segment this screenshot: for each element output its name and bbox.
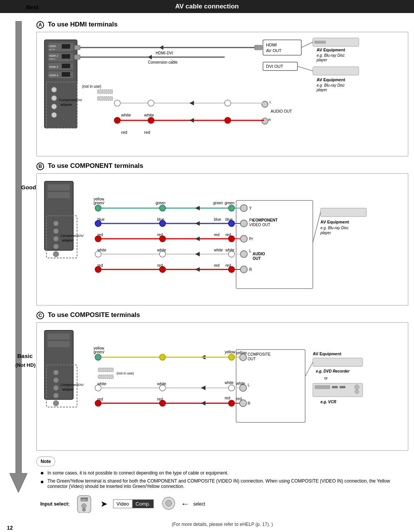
- svg-rect-27: [255, 45, 262, 50]
- svg-point-19: [51, 95, 57, 101]
- svg-text:red: red: [214, 233, 219, 237]
- svg-line-230: [305, 362, 313, 376]
- svg-text:green: green: [156, 201, 166, 205]
- svg-text:white: white: [225, 248, 235, 252]
- svg-text:AV Equipment: AV Equipment: [317, 77, 345, 82]
- note-section: Note ● In some cases, it is not possible…: [36, 456, 408, 489]
- section-a-diagram: HDMI AV IN HDMI 2 (ARC) HDMI 3 HDMI 4: [36, 32, 408, 156]
- svg-point-172: [53, 401, 59, 406]
- section-b-header: B To use COMPONENT terminals: [36, 162, 408, 170]
- svg-point-49: [148, 117, 154, 123]
- svg-point-82: [53, 228, 59, 234]
- svg-text:e.g. Blu-ray Disc: e.g. Blu-ray Disc: [317, 83, 345, 87]
- svg-rect-15: [62, 72, 70, 77]
- svg-text:blue: blue: [97, 217, 105, 222]
- svg-rect-53: [263, 40, 301, 55]
- note-item-1: ● In some cases, it is not possible to c…: [40, 470, 408, 476]
- section-b-svg: Component/AV adapter green/ yellow green…: [41, 177, 405, 300]
- input-display: Video Comp.: [113, 499, 154, 508]
- svg-line-74: [297, 66, 313, 71]
- input-comp-label: Comp.: [133, 500, 153, 508]
- svg-text:(ARC): (ARC): [49, 58, 56, 60]
- svg-line-163: [313, 212, 320, 243]
- input-arrow: ➤: [100, 499, 107, 509]
- svg-text:e.g. VCR: e.g. VCR: [320, 400, 337, 404]
- svg-text:R: R: [249, 268, 252, 272]
- quality-not-hd-label: (Not HD): [15, 362, 36, 368]
- svg-point-20: [51, 104, 57, 109]
- section-c-letter: C: [36, 312, 44, 319]
- svg-rect-224: [315, 385, 330, 389]
- svg-point-84: [53, 244, 59, 249]
- svg-point-18: [51, 87, 57, 92]
- svg-rect-30: [74, 55, 80, 59]
- svg-text:HDMI: HDMI: [266, 43, 277, 47]
- svg-point-237: [166, 500, 172, 506]
- svg-text:R: R: [268, 118, 271, 122]
- note-bullet-2: ●: [40, 478, 44, 485]
- svg-text:yellow: yellow: [236, 351, 247, 355]
- svg-point-88: [95, 205, 101, 211]
- svg-text:L: L: [249, 249, 251, 253]
- svg-marker-29: [148, 55, 152, 59]
- svg-marker-198: [201, 386, 205, 390]
- svg-point-52: [225, 117, 231, 123]
- svg-text:AV IN: AV IN: [49, 48, 55, 51]
- note-label: Note: [41, 459, 51, 464]
- svg-point-148: [240, 251, 247, 258]
- note-box-label: Note: [36, 456, 55, 466]
- svg-text:Component/AV: Component/AV: [61, 383, 84, 387]
- svg-text:COMPONENT: COMPONENT: [253, 218, 278, 222]
- svg-point-171: [53, 393, 59, 398]
- svg-marker-103: [195, 221, 200, 226]
- section-c-diagram: Component/AV adapter green/ yellow (not …: [36, 322, 408, 451]
- svg-text:HDMI 3: HDMI 3: [49, 66, 58, 68]
- svg-text:white: white: [144, 113, 154, 117]
- main-content: A To use HDMI terminals HDMI AV IN: [36, 17, 408, 532]
- svg-text:blue: blue: [225, 217, 233, 222]
- svg-point-175: [95, 354, 101, 360]
- svg-point-146: [240, 235, 247, 242]
- svg-point-21: [51, 112, 57, 118]
- svg-text:white: white: [214, 248, 223, 252]
- svg-text:AUDIO: AUDIO: [253, 252, 265, 256]
- svg-text:R: R: [248, 401, 250, 406]
- section-b-title: To use COMPONENT terminals: [48, 162, 143, 169]
- svg-text:red: red: [236, 397, 242, 401]
- footer-note: (For more details, please refer to eHELP…: [36, 522, 408, 532]
- svg-text:AV Equipment: AV Equipment: [313, 351, 342, 356]
- svg-text:red: red: [157, 263, 163, 268]
- input-select-section: Input select: INPUT ➤ Video Comp.: [40, 494, 408, 514]
- svg-point-58: [262, 101, 268, 107]
- svg-text:green: green: [213, 201, 223, 205]
- svg-text:AV OUT: AV OUT: [266, 48, 281, 53]
- svg-point-234: [82, 504, 86, 508]
- svg-text:OUT: OUT: [253, 256, 261, 261]
- input-button-icon: INPUT: [76, 494, 93, 514]
- svg-rect-69: [313, 67, 359, 75]
- svg-text:yellow: yellow: [94, 346, 105, 350]
- svg-text:adapter: adapter: [62, 388, 74, 391]
- svg-rect-8: [62, 54, 70, 59]
- svg-line-73: [301, 42, 313, 48]
- quality-basic-label: Basic: [17, 353, 33, 359]
- svg-rect-220: [313, 358, 363, 366]
- svg-rect-79: [48, 192, 70, 198]
- note-items: ● In some cases, it is not possible to c…: [40, 470, 408, 489]
- svg-text:e.g. DVD Recorder: e.g. DVD Recorder: [316, 369, 350, 373]
- svg-rect-4: [62, 44, 70, 49]
- note-text-2: The Green/Yellow terminal is shared for …: [48, 478, 408, 489]
- svg-text:green/: green/: [94, 201, 105, 205]
- svg-point-235: [82, 508, 85, 511]
- svg-text:red: red: [121, 130, 127, 135]
- svg-text:Pr: Pr: [249, 237, 253, 241]
- svg-point-142: [240, 220, 247, 227]
- svg-marker-45: [189, 101, 194, 105]
- svg-rect-159: [320, 208, 366, 217]
- svg-text:e.g. Blu-ray Disc: e.g. Blu-ray Disc: [317, 53, 345, 57]
- svg-rect-166: [48, 341, 70, 347]
- ok-button-svg: [161, 496, 176, 511]
- note-text-1: In some cases, it is not possible to con…: [48, 470, 228, 476]
- section-b-letter: B: [36, 163, 44, 170]
- section-c-svg: Component/AV adapter green/ yellow (not …: [41, 327, 405, 445]
